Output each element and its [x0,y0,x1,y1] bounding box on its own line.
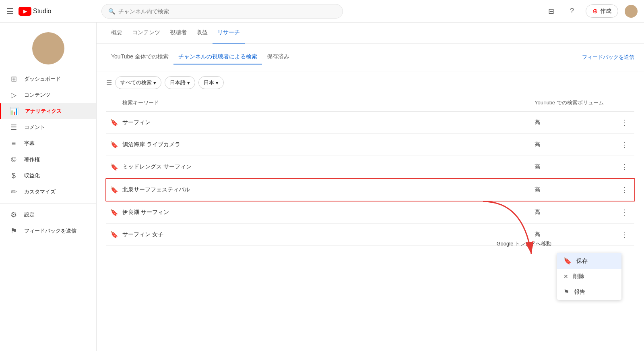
customize-icon: ✏ [10,187,18,196]
sidebar-item-analytics[interactable]: 📊 アナリティクス [0,103,96,119]
sidebar: ⊞ ダッシュボード ▷ コンテンツ 📊 アナリティクス ☰ コメント ≡ 字幕 … [0,23,97,246]
search-icon: 🔍 [108,8,115,15]
tab-saved[interactable]: 保存済み [262,50,294,64]
sidebar-item-copyright[interactable]: © 著作権 [0,152,96,168]
sidebar-item-label: 設定 [24,211,35,218]
col-volume-header: YouTube での検索ボリューム [535,99,615,106]
volume-text-3: 高 [535,163,615,170]
chevron-down-icon: ▾ [153,80,156,86]
volume-text-2: 高 [535,141,615,148]
sidebar-item-monetization[interactable]: $ 収益化 [0,168,96,184]
sidebar-item-label: コンテンツ [24,91,50,99]
search-bar: 🔍 [101,4,343,19]
keyword-text-6: サーフィン 女子 [122,231,535,238]
sidebar-content-wrapper: ▷ コンテンツ [0,87,96,103]
sidebar-item-label: アナリティクス [25,108,62,115]
keywords-table: 検索キーワード YouTube での検索ボリューム 🔖 サーフィン 高 ⋮ 🔖 … [97,94,644,246]
copyright-icon: © [10,156,18,164]
col-keyword-header: 検索キーワード [122,99,535,106]
bookmark-btn-1[interactable]: 🔖 [106,119,122,127]
subtitles-icon[interactable]: ⊟ [544,4,558,19]
youtube-logo-icon [19,7,31,16]
settings-icon: ⚙ [10,210,18,219]
tab-audience[interactable]: 視聴者 [165,23,192,44]
actions-btn-6[interactable]: ⋮ [615,230,634,239]
chevron-down-icon: ▾ [216,80,219,86]
tab-content[interactable]: コンテンツ [127,23,165,44]
table-row: 🔖 鵠沼海岸 ライブカメラ 高 ⋮ [106,134,634,156]
filter-country[interactable]: 日本 ▾ [198,76,224,89]
main-content: 概要 コンテンツ 視聴者 収益 リサーチ YouTube 全体での検索 チャンネ… [97,23,644,246]
sidebar-item-label: 字幕 [24,140,35,147]
keyword-text-5: 伊良湖 サーフィン [122,209,535,216]
dashboard-icon: ⊞ [10,75,18,83]
user-avatar[interactable] [625,5,638,18]
sidebar-feedback-wrapper: ⚑ フィードバックを送信 [0,223,96,239]
bookmark-btn-2[interactable]: 🔖 [106,141,122,149]
sidebar-item-label: コメント [24,124,45,131]
bookmark-btn-3[interactable]: 🔖 [106,163,122,171]
sidebar-item-customize[interactable]: ✏ カスタマイズ [0,184,96,200]
feedback-link[interactable]: フィードバックを送信 [582,54,634,61]
volume-text-1: 高 [535,119,615,126]
sidebar-comments-wrapper: ☰ コメント [0,119,96,135]
keyword-text-3: ミッドレングス サーフィン [122,163,535,170]
sidebar-item-label: カスタマイズ [24,188,56,195]
menu-icon[interactable]: ☰ [6,6,14,16]
sidebar-subtitles-wrapper: ≡ 字幕 [0,135,96,152]
table-row: 🔖 サーフィン 高 ⋮ [106,112,634,134]
app-header: ☰ Studio 🔍 ⊟ ? ⊕ 作成 [0,0,644,23]
sidebar-dashboard-wrapper: ⊞ ダッシュボード [0,71,96,87]
filter-all-searches[interactable]: すべての検索 ▾ [115,76,161,89]
volume-text-5: 高 [535,209,615,216]
subtitles-icon: ≡ [10,139,18,148]
keyword-text-1: サーフィン [122,119,535,126]
filter-language[interactable]: 日本語 ▾ [165,76,195,89]
active-bar [0,103,1,119]
volume-text-6: 高 [535,231,615,238]
table-row-highlighted: 🔖 北泉サーフフェスティバル 高 ⋮ [105,178,635,201]
sidebar-item-label: 著作権 [24,156,40,163]
help-icon[interactable]: ? [565,4,579,19]
tab-yt-search[interactable]: YouTube 全体での検索 [106,50,173,64]
sidebar-item-content[interactable]: ▷ コンテンツ [0,87,96,103]
bookmark-btn-4[interactable]: 🔖 [106,186,122,194]
tab-overview[interactable]: 概要 [106,23,127,44]
create-button[interactable]: ⊕ 作成 [586,4,618,18]
analytics-icon: 📊 [10,107,19,116]
sidebar-item-comments[interactable]: ☰ コメント [0,119,96,135]
secondary-tabs: YouTube 全体での検索 チャンネルの視聴者による検索 保存済み フィードバ… [97,44,644,71]
search-input[interactable] [118,8,336,15]
bookmark-btn-5[interactable]: 🔖 [106,209,122,216]
sidebar-item-label: 収益化 [24,172,40,179]
keyword-text-2: 鵠沼海岸 ライブカメラ [122,141,535,148]
filter-icon[interactable]: ☰ [106,79,112,87]
monetization-icon: $ [10,172,18,180]
actions-btn-1[interactable]: ⋮ [615,118,634,127]
actions-btn-5[interactable]: ⋮ [615,208,634,217]
tab-channel-search[interactable]: チャンネルの視聴者による検索 [173,50,262,64]
tab-research[interactable]: リサーチ [213,23,245,44]
table-row: 🔖 サーフィン 女子 高 ⋮ [106,224,634,246]
sidebar-item-dashboard[interactable]: ⊞ ダッシュボード [0,71,96,87]
primary-tabs: 概要 コンテンツ 視聴者 収益 リサーチ [97,23,644,44]
sidebar-item-subtitles[interactable]: ≡ 字幕 [0,135,96,152]
header-right: ⊟ ? ⊕ 作成 [544,4,638,19]
actions-btn-2[interactable]: ⋮ [615,140,634,149]
table-header: 検索キーワード YouTube での検索ボリューム [106,94,634,112]
sidebar-item-settings[interactable]: ⚙ 設定 [0,207,96,223]
create-label: 作成 [600,8,611,15]
bookmark-btn-6[interactable]: 🔖 [106,231,122,239]
volume-text-4: 高 [535,186,615,193]
sidebar-item-feedback[interactable]: ⚑ フィードバックを送信 [0,223,96,239]
sidebar-settings-wrapper: ⚙ 設定 [0,207,96,223]
header-left: ☰ Studio [6,6,95,16]
filter-bar: ☰ すべての検索 ▾ 日本語 ▾ 日本 ▾ [97,71,644,94]
actions-btn-3[interactable]: ⋮ [615,162,634,171]
channel-avatar[interactable] [32,32,64,64]
actions-btn-4[interactable]: ⋮ [615,185,634,194]
youtube-logo[interactable]: Studio [19,7,51,16]
content-icon: ▷ [10,91,18,100]
tab-revenue[interactable]: 収益 [192,23,213,44]
sidebar-avatar-section [0,26,96,71]
